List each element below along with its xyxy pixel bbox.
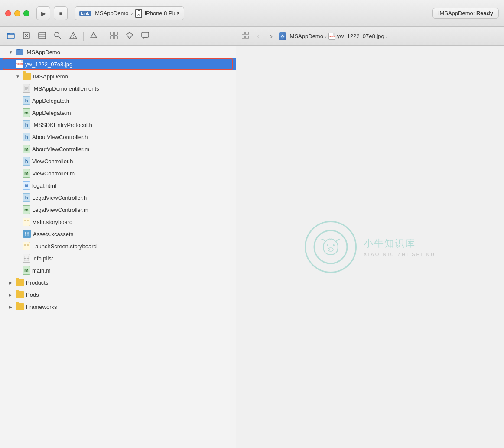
sidebar-item-root-project[interactable]: ▼ IMSAppDemo (0, 46, 236, 58)
svg-rect-40 (24, 244, 26, 246)
svg-rect-19 (246, 32, 248, 35)
watermark-bull-svg (313, 230, 348, 264)
sidebar-item-products[interactable]: ▶ Products (0, 276, 236, 289)
sidebar-item-main-storyboard[interactable]: Main.storyboard (0, 216, 236, 228)
minimize-button[interactable] (14, 10, 20, 16)
m-file-icon-appdelegate: m (23, 108, 30, 117)
folder-frameworks-icon (16, 303, 24, 310)
grid-view-button[interactable] (107, 30, 121, 43)
sidebar-label-products: Products (26, 279, 48, 286)
forward-button[interactable]: › (266, 31, 277, 42)
status-label: IMSAppDemo: (438, 10, 475, 16)
sidebar-item-pods[interactable]: ▶ Pods (0, 289, 236, 301)
forward-icon: › (270, 32, 273, 41)
breadcrumb-file-name: yw_1222_07e8.jpg (337, 33, 384, 39)
sidebar-item-wrapper-yw-jpg: JPEG yw_1222_07e8.jpg (0, 58, 236, 70)
caution-nav-icon (69, 32, 77, 41)
h-file-icon: h (23, 96, 30, 105)
disclosure-folder-icon: ▼ (16, 74, 21, 79)
sidebar-label-aboutvc-m: AboutViewController.m (32, 146, 89, 153)
folder-products-icon (16, 279, 24, 286)
sidebar-label-yw-jpg: yw_1222_07e8.jpg (25, 61, 72, 68)
sidebar-item-main-m[interactable]: m main.m (0, 264, 236, 276)
grid-layout-button[interactable] (240, 31, 251, 42)
sidebar-label-appdelegate-h: AppDelegate.h (32, 97, 69, 104)
folder-yellow-icon (23, 73, 31, 80)
project-app-icon (279, 32, 286, 40)
sidebar-item-yw-jpg[interactable]: JPEG yw_1222_07e8.jpg (0, 58, 236, 70)
search-nav-button[interactable] (50, 30, 65, 43)
sidebar-item-legalvc-m[interactable]: m LegalViewController.m (0, 204, 236, 216)
sidebar-item-aboutvc-h[interactable]: h AboutViewController.h (0, 131, 236, 143)
maximize-button[interactable] (23, 10, 29, 16)
svg-point-45 (314, 230, 347, 263)
warning-nav-button[interactable] (19, 30, 34, 43)
breadcrumb-separator-icon: › (325, 34, 327, 39)
m-file-icon-aboutvc: m (23, 145, 30, 153)
back-button[interactable]: ‹ (253, 31, 264, 42)
sidebar-item-entitlements[interactable]: IMSAppDemo.entitlements (0, 82, 236, 94)
sidebar-item-imssdk-h[interactable]: h IMSSDKEntryProtocol.h (0, 119, 236, 131)
traffic-lights (5, 10, 29, 16)
svg-rect-4 (39, 32, 46, 39)
sidebar-label-frameworks: Frameworks (26, 304, 57, 310)
svg-rect-23 (16, 49, 23, 55)
sidebar-item-imsappdemo-folder[interactable]: ▼ IMSAppDemo (0, 70, 236, 82)
sidebar-item-legalvc-h[interactable]: h LegalViewController.h (0, 192, 236, 204)
toolbar-separator (83, 32, 84, 41)
sidebar-label-info-plist: Info.plist (32, 255, 53, 262)
breadcrumb-project[interactable]: IMSAppDemo (279, 32, 323, 40)
sidebar-item-frameworks[interactable]: ▶ Frameworks (0, 301, 236, 313)
svg-point-50 (332, 249, 332, 250)
svg-point-11 (73, 37, 73, 37)
svg-rect-18 (242, 32, 244, 35)
entitlements-file-icon (23, 84, 30, 93)
sidebar-label-aboutvc-h: AboutViewController.h (32, 134, 88, 140)
svg-marker-12 (91, 32, 97, 38)
watermark: 小牛知识库 XIAO NIU ZHI SHI KU (305, 221, 436, 273)
svg-rect-16 (114, 36, 117, 39)
grid-layout-icon (242, 32, 249, 40)
scheme-arrow-icon: › (131, 11, 133, 16)
tag-button[interactable] (122, 30, 137, 43)
comment-button[interactable] (138, 30, 153, 43)
svg-rect-37 (25, 234, 26, 236)
m-file-icon-legalvc: m (23, 205, 30, 214)
back-icon: ‹ (257, 32, 260, 41)
hierarchy-nav-icon (38, 32, 46, 41)
main-content: ▼ IMSAppDemo JPEG yw_1222_07e8.jpg ▼ IMS… (0, 46, 504, 448)
sidebar: ▼ IMSAppDemo JPEG yw_1222_07e8.jpg ▼ IMS… (0, 46, 236, 448)
sidebar-item-aboutvc-m[interactable]: m AboutViewController.m (0, 143, 236, 155)
sidebar-label-imsappdemo-folder: IMSAppDemo (33, 73, 68, 80)
sidebar-item-launch-storyboard[interactable]: LaunchScreen.storyboard (0, 240, 236, 252)
warning-nav-icon (23, 32, 30, 41)
caution-nav-button[interactable] (66, 30, 81, 43)
status-display: IMSAppDemo: Ready (432, 8, 499, 19)
svg-rect-35 (25, 232, 26, 234)
source-ctrl-button[interactable] (86, 30, 101, 43)
source-ctrl-icon (90, 32, 98, 41)
sidebar-item-viewcontroller-h[interactable]: h ViewController.h (0, 155, 236, 167)
breadcrumb-file[interactable]: JPEG yw_1222_07e8.jpg (328, 33, 384, 40)
close-button[interactable] (5, 10, 11, 16)
sidebar-item-appdelegate-h[interactable]: h AppDelegate.h (0, 94, 236, 107)
sidebar-label-launch-storyboard: LaunchScreen.storyboard (32, 243, 97, 250)
stop-button[interactable]: ■ (54, 6, 68, 20)
folder-nav-button[interactable] (3, 30, 18, 43)
search-nav-icon (54, 32, 62, 41)
sidebar-item-info-plist[interactable]: PLIST Info.plist (0, 252, 236, 264)
iphone-device-icon (135, 9, 142, 18)
sidebar-item-legal-html[interactable]: legal.html (0, 179, 236, 192)
link-badge: Link (79, 11, 91, 16)
sidebar-label-assets-xcassets: Assets.xcassets (33, 231, 73, 237)
hierarchy-nav-button[interactable] (35, 30, 49, 43)
disclosure-root-icon: ▼ (9, 50, 14, 55)
scheme-selector[interactable]: Link IMSAppDemo › iPhone 8 Plus (75, 6, 184, 20)
sidebar-item-viewcontroller-m[interactable]: m ViewController.m (0, 167, 236, 179)
play-button[interactable]: ▶ (36, 6, 50, 20)
watermark-text: 小牛知识库 (364, 237, 436, 250)
sidebar-label-legalvc-m: LegalViewController.m (32, 207, 88, 213)
h-file-icon-aboutvc: h (23, 133, 30, 141)
sidebar-item-assets-xcassets[interactable]: Assets.xcassets (0, 228, 236, 240)
sidebar-item-appdelegate-m[interactable]: m AppDelegate.m (0, 107, 236, 119)
